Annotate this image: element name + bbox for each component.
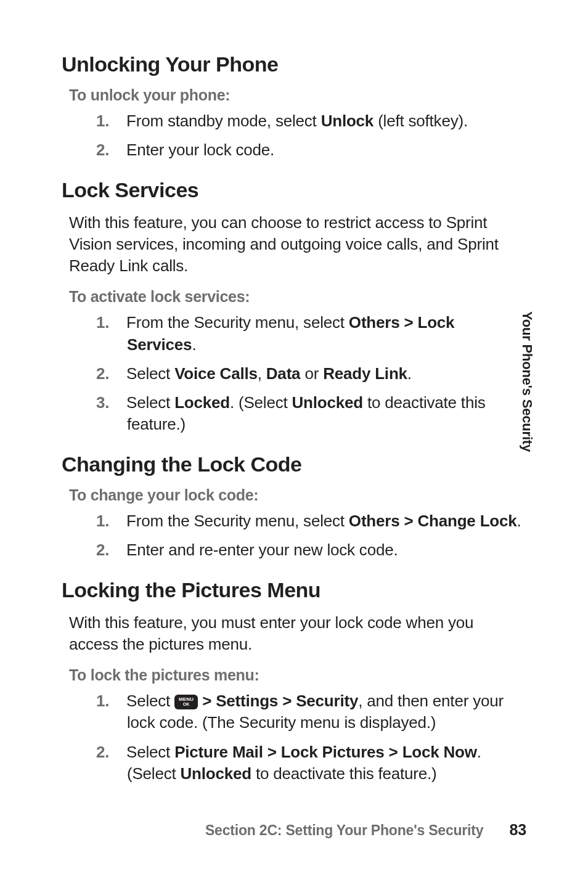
step-bold: Locked — [174, 393, 230, 412]
step-text: From the Security menu, select — [126, 313, 349, 332]
intro-locking-pictures: With this feature, you must enter your l… — [69, 612, 526, 655]
step-item: Select Locked. (Select Unlocked to deact… — [79, 392, 526, 435]
step-item: From the Security menu, select Others > … — [79, 510, 526, 532]
step-text: . — [407, 364, 412, 383]
subhead-unlock: To unlock your phone: — [69, 86, 526, 104]
intro-lock-services: With this feature, you can choose to res… — [69, 212, 526, 277]
step-item: Enter your lock code. — [79, 139, 526, 161]
page-footer: Section 2C: Setting Your Phone's Securit… — [62, 821, 526, 839]
heading-lock-services: Lock Services — [62, 178, 526, 202]
step-text: Enter and re-enter your new lock code. — [126, 541, 398, 559]
steps-unlocking: From standby mode, select Unlock (left s… — [62, 110, 526, 161]
step-item: From standby mode, select Unlock (left s… — [79, 110, 526, 132]
heading-changing-lock: Changing the Lock Code — [62, 452, 526, 476]
page-content: Unlocking Your Phone To unlock your phon… — [0, 0, 588, 785]
subhead-activate-lock: To activate lock services: — [69, 288, 526, 306]
step-bold: Unlocked — [181, 764, 251, 783]
footer-page-number: 83 — [510, 821, 526, 838]
step-item: Select Picture Mail > Lock Pictures > Lo… — [79, 741, 526, 785]
subhead-lock-pictures: To lock the pictures menu: — [69, 666, 526, 684]
step-text: From standby mode, select — [126, 112, 321, 130]
step-text: , — [258, 364, 266, 383]
step-text: . (Select — [230, 393, 292, 412]
step-text: (left softkey). — [374, 112, 468, 130]
step-item: Select MENUOK > Settings > Security, and… — [79, 690, 526, 733]
step-text: Select — [126, 364, 174, 383]
step-bold: Data — [266, 364, 301, 383]
step-item: Enter and re-enter your new lock code. — [79, 539, 526, 561]
subhead-change-lock: To change your lock code: — [69, 486, 526, 504]
footer-section-label: Section 2C: Setting Your Phone's Securit… — [205, 822, 483, 838]
steps-changing-lock: From the Security menu, select Others > … — [62, 510, 526, 561]
step-item: Select Voice Calls, Data or Ready Link. — [79, 363, 526, 385]
step-bold: Voice Calls — [174, 364, 258, 383]
icon-top-text: MENU — [174, 697, 198, 702]
icon-bot-text: OK — [174, 702, 198, 706]
step-text: Enter your lock code. — [126, 141, 274, 159]
steps-lock-services: From the Security menu, select Others > … — [62, 312, 526, 435]
step-bold: > Settings > Security — [202, 692, 358, 710]
step-bold: Picture Mail > Lock Pictures > Lock Now — [174, 743, 477, 761]
step-text: Select — [126, 743, 174, 761]
step-bold: Others > Change Lock — [349, 512, 517, 530]
step-text: . — [192, 335, 196, 354]
step-text: . — [517, 512, 521, 530]
menu-ok-icon: MENUOK — [174, 695, 198, 709]
step-text: Select — [126, 393, 174, 412]
step-text: From the Security menu, select — [126, 512, 349, 530]
heading-unlocking: Unlocking Your Phone — [62, 52, 526, 76]
heading-locking-pictures: Locking the Pictures Menu — [62, 578, 526, 602]
step-text: Select — [126, 692, 174, 710]
step-text: or — [300, 364, 323, 383]
step-bold: Unlocked — [292, 393, 363, 412]
step-text: to deactivate this feature.) — [251, 764, 437, 783]
side-tab-label: Your Phone's Security — [519, 311, 535, 452]
steps-locking-pictures: Select MENUOK > Settings > Security, and… — [62, 690, 526, 784]
step-bold: Ready Link — [323, 364, 407, 383]
step-bold: Unlock — [321, 112, 374, 130]
step-item: From the Security menu, select Others > … — [79, 312, 526, 355]
